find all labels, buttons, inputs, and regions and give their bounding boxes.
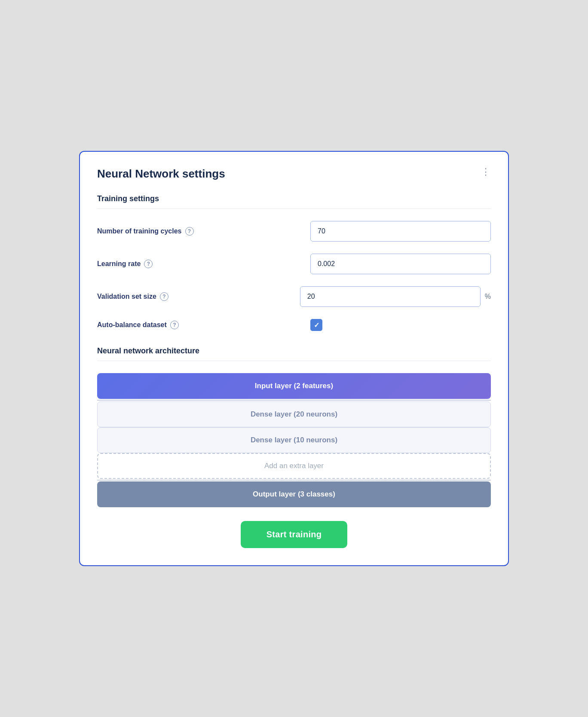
learning-rate-input[interactable] xyxy=(310,254,491,274)
card-header: Neural Network settings ⋮ xyxy=(97,167,491,181)
auto-balance-checkbox-container: ✓ xyxy=(310,319,491,331)
validation-set-row: Validation set size ? % xyxy=(97,286,491,307)
architecture-title: Neural network architecture xyxy=(97,346,491,355)
start-training-button[interactable]: Start training xyxy=(241,521,348,548)
checkbox-checkmark-icon: ✓ xyxy=(314,321,319,329)
dense-layer-1[interactable]: Dense layer (20 neurons) xyxy=(97,401,491,427)
training-cycles-input[interactable] xyxy=(310,221,491,242)
learning-rate-row: Learning rate ? xyxy=(97,254,491,274)
validation-set-help-icon[interactable]: ? xyxy=(160,292,168,301)
validation-set-input-wrapper: % xyxy=(300,286,491,307)
dense-layer-2[interactable]: Dense layer (10 neurons) xyxy=(97,427,491,453)
output-layer[interactable]: Output layer (3 classes) xyxy=(97,481,491,507)
training-settings-title: Training settings xyxy=(97,194,491,203)
connector-1 xyxy=(97,400,491,401)
architecture-section: Neural network architecture Input layer … xyxy=(97,346,491,507)
dense-layer-1-row: Dense layer (20 neurons) xyxy=(97,401,491,427)
input-layer-row: Input layer (2 features) xyxy=(97,373,491,401)
add-extra-layer-button[interactable]: Add an extra layer xyxy=(97,453,491,479)
neural-network-settings-card: Neural Network settings ⋮ Training setti… xyxy=(79,151,509,566)
dense-layer-2-row: Dense layer (10 neurons) xyxy=(97,427,491,453)
menu-dots-icon[interactable]: ⋮ xyxy=(481,167,491,177)
training-cycles-row: Number of training cycles ? xyxy=(97,221,491,242)
section-divider xyxy=(97,208,491,209)
input-layer[interactable]: Input layer (2 features) xyxy=(97,373,491,399)
training-cycles-help-icon[interactable]: ? xyxy=(185,227,194,236)
validation-set-label: Validation set size ? xyxy=(97,292,168,301)
percent-suffix: % xyxy=(485,293,491,300)
connector-2 xyxy=(97,480,491,481)
add-layer-row: Add an extra layer xyxy=(97,453,491,481)
arch-divider xyxy=(97,361,491,361)
auto-balance-label: Auto-balance dataset ? xyxy=(97,321,179,329)
layers-wrapper: Input layer (2 features) Dense layer (20… xyxy=(97,373,491,507)
card-title: Neural Network settings xyxy=(97,167,225,181)
validation-set-input[interactable] xyxy=(300,286,481,307)
auto-balance-help-icon[interactable]: ? xyxy=(170,321,179,329)
output-layer-row: Output layer (3 classes) xyxy=(97,481,491,507)
auto-balance-row: Auto-balance dataset ? ✓ xyxy=(97,319,491,331)
training-cycles-label: Number of training cycles ? xyxy=(97,227,194,236)
learning-rate-label: Learning rate ? xyxy=(97,260,153,268)
auto-balance-checkbox[interactable]: ✓ xyxy=(310,319,322,331)
learning-rate-help-icon[interactable]: ? xyxy=(144,260,153,268)
training-settings-section: Training settings Number of training cyc… xyxy=(97,194,491,331)
